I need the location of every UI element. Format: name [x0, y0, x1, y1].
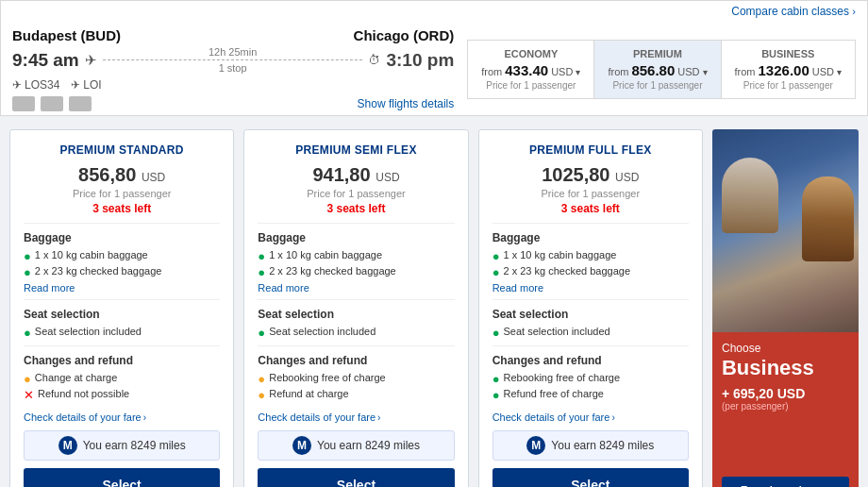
- change-icon-sf1: ●: [258, 388, 265, 402]
- show-details-link[interactable]: Show flights details: [358, 97, 455, 110]
- fare-title-standard: PREMIUM STANDARD: [24, 143, 220, 157]
- miles-m-standard: M: [58, 436, 77, 455]
- miles-m-semiflex: M: [292, 436, 311, 455]
- seat-title-standard: Seat selection: [24, 308, 220, 321]
- miles-m-fullflex: M: [526, 436, 545, 455]
- flight-code-1: LOS34: [25, 78, 59, 92]
- amenity-seat-icon: [41, 96, 63, 111]
- fare-currency-fullflex: USD: [615, 171, 639, 184]
- change-item-ff0: Rebooking free of charge: [504, 372, 621, 383]
- depart-time: 9:45 am: [12, 50, 79, 71]
- change-icon-sf0: ●: [258, 372, 265, 386]
- banner-price: + 695,20 USD: [722, 386, 849, 401]
- cabin-economy-price: 433.40: [505, 62, 548, 78]
- cabin-premium[interactable]: PREMIUM from 856.80 USD ▾ Price for 1 pa…: [594, 41, 721, 98]
- seat-title-semiflex: Seat selection: [258, 308, 454, 321]
- check-details-semiflex[interactable]: Check details of your fare ›: [258, 411, 454, 423]
- baggage-item-sf0: 1 x 10 kg cabin baggage: [269, 249, 382, 260]
- arrive-time: 3:10 pm: [386, 50, 454, 71]
- fare-price-semiflex: 941,80: [312, 164, 370, 185]
- check-details-standard[interactable]: Check details of your fare ›: [24, 411, 220, 423]
- fare-card-fullflex: PREMIUM FULL FLEX 1025,80 USD Price for …: [478, 129, 703, 487]
- compare-cabin-link[interactable]: Compare cabin classes: [731, 5, 849, 18]
- cabin-business-price: 1326.00: [759, 62, 810, 78]
- miles-standard: You earn 8249 miles: [83, 439, 186, 452]
- change-icon-s1: ✕: [24, 388, 34, 402]
- check-icon-sf0: ●: [258, 249, 265, 263]
- cabin-business-pax: Price for 1 passenger: [735, 80, 842, 91]
- fare-seats-fullflex: 3 seats left: [492, 202, 689, 215]
- change-icon-ff0: ●: [492, 372, 500, 386]
- check-icon-s0: ●: [24, 249, 31, 263]
- select-btn-fullflex[interactable]: Select: [492, 468, 689, 487]
- fare-price-fullflex: 1025,80: [542, 164, 609, 185]
- cabin-premium-from: from: [608, 66, 628, 77]
- baggage-title-semiflex: Baggage: [258, 231, 454, 244]
- baggage-title-standard: Baggage: [24, 231, 220, 244]
- baggage-item-s0: 1 x 10 kg cabin baggage: [35, 249, 148, 260]
- fare-price-standard: 856,80: [78, 164, 136, 185]
- cabin-business-arrow: ▾: [837, 67, 842, 77]
- baggage-item-s1: 2 x 23 kg checked baggage: [35, 265, 162, 277]
- seat-item-semiflex: Seat selection included: [269, 326, 376, 337]
- baggage-title-fullflex: Baggage: [492, 231, 689, 244]
- clock-icon: ⏱: [368, 53, 380, 67]
- seat-check-semiflex: ●: [258, 326, 265, 340]
- banner-image: [712, 129, 859, 332]
- check-icon-s1: ●: [24, 265, 31, 279]
- read-more-semiflex[interactable]: Read more: [258, 282, 454, 294]
- cabin-economy-pax: Price for 1 passenger: [481, 80, 580, 91]
- seat-title-fullflex: Seat selection: [492, 308, 689, 321]
- cabin-economy-arrow: ▾: [576, 67, 580, 77]
- compare-arrow-icon: ›: [852, 6, 856, 17]
- seat-check-standard: ●: [24, 326, 31, 340]
- origin-city: Budapest (BUD): [12, 27, 121, 43]
- select-btn-semiflex[interactable]: Select: [258, 468, 454, 487]
- side-banner: Choose Business + 695,20 USD (per passen…: [712, 129, 859, 487]
- check-icon-sf1: ●: [258, 265, 265, 279]
- fare-seats-semiflex: 3 seats left: [258, 202, 454, 215]
- banner-price-sub: (per passenger): [722, 401, 849, 411]
- change-item-ff1: Refund free of charge: [504, 388, 604, 399]
- cabin-economy[interactable]: ECONOMY from 433.40 USD ▾ Price for 1 pa…: [468, 41, 594, 98]
- miles-semiflex: You earn 8249 miles: [317, 439, 420, 452]
- check-details-fullflex[interactable]: Check details of your fare ›: [492, 411, 689, 423]
- flight-code-icon-2: ✈: [71, 78, 80, 92]
- miles-fullflex: You earn 8249 miles: [551, 439, 654, 452]
- cabin-business[interactable]: BUSINESS from 1326.00 USD ▾ Price for 1 …: [722, 41, 855, 98]
- fare-pax-fullflex: Price for 1 passenger: [492, 188, 689, 199]
- change-item-s1: Refund not possible: [38, 388, 129, 399]
- amenity-wifi-icon: [12, 96, 35, 111]
- fare-seats-standard: 3 seats left: [24, 202, 220, 215]
- fare-title-fullflex: PREMIUM FULL FLEX: [492, 143, 689, 157]
- changes-title-semiflex: Changes and refund: [258, 354, 454, 367]
- cabin-economy-currency: USD: [551, 66, 573, 77]
- banner-choose: Choose: [722, 342, 849, 355]
- fare-title-semiflex: PREMIUM SEMI FLEX: [258, 143, 454, 157]
- changes-title-fullflex: Changes and refund: [492, 354, 689, 367]
- cabin-economy-from: from: [481, 66, 502, 77]
- plane-icon: ✈: [85, 52, 97, 69]
- cabin-premium-price: 856.80: [631, 62, 675, 78]
- cabin-premium-pax: Price for 1 passenger: [608, 80, 707, 91]
- check-icon-ff0: ●: [492, 249, 500, 263]
- changes-title-standard: Changes and refund: [24, 354, 220, 367]
- cabin-business-from: from: [735, 66, 756, 77]
- banner-title: Business: [722, 356, 849, 380]
- fare-card-semiflex: PREMIUM SEMI FLEX 941,80 USD Price for 1…: [243, 129, 468, 487]
- change-item-s0: Change at charge: [35, 372, 117, 383]
- select-btn-standard[interactable]: Select: [24, 468, 220, 487]
- cabin-business-currency: USD: [812, 66, 834, 77]
- change-icon-s0: ●: [24, 372, 31, 386]
- banner-btn[interactable]: Experience luxury: [722, 477, 849, 487]
- cabin-premium-arrow: ▾: [703, 67, 708, 77]
- flight-duration: 12h 25min: [209, 46, 257, 58]
- destination-city: Chicago (ORD): [354, 27, 455, 43]
- change-icon-ff1: ●: [492, 388, 500, 402]
- seat-check-fullflex: ●: [492, 326, 500, 340]
- baggage-item-sf1: 2 x 23 kg checked baggage: [269, 265, 396, 277]
- read-more-standard[interactable]: Read more: [24, 282, 220, 294]
- seat-item-fullflex: Seat selection included: [504, 326, 610, 337]
- fare-card-standard: PREMIUM STANDARD 856,80 USD Price for 1 …: [9, 129, 234, 487]
- read-more-fullflex[interactable]: Read more: [492, 282, 689, 294]
